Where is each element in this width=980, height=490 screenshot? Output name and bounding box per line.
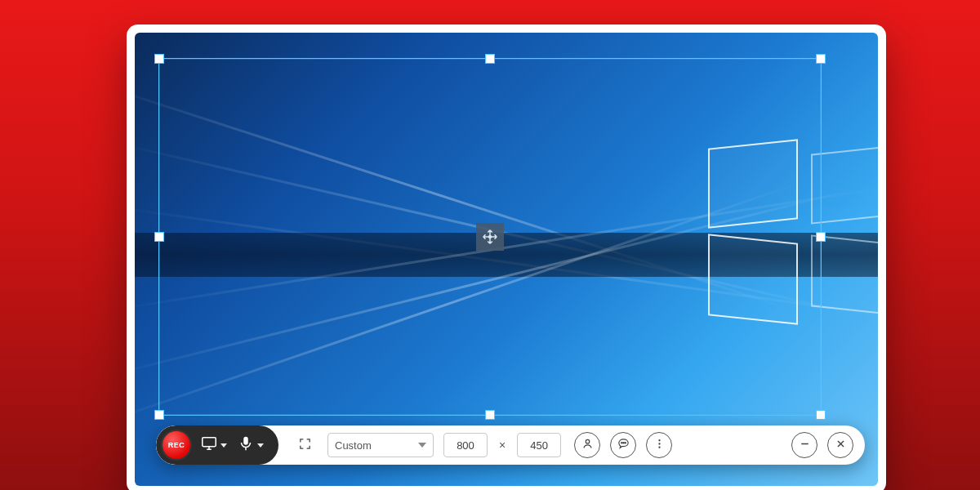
resize-handle-right[interactable] xyxy=(816,232,826,242)
chevron-down-icon xyxy=(220,443,227,448)
person-icon xyxy=(581,437,595,454)
svg-point-6 xyxy=(625,442,626,443)
dimension-separator: × xyxy=(497,439,507,452)
annotate-button[interactable] xyxy=(610,432,636,458)
svg-point-7 xyxy=(658,439,660,441)
svg-point-5 xyxy=(623,442,624,443)
size-preset-select[interactable]: Custom xyxy=(327,433,434,457)
recorder-toolbar: REC xyxy=(156,425,865,465)
svg-point-4 xyxy=(621,442,621,443)
capture-region[interactable] xyxy=(159,59,821,415)
move-icon[interactable] xyxy=(476,223,504,251)
webcam-button[interactable] xyxy=(574,432,600,458)
resize-handle-top-right[interactable] xyxy=(816,54,826,64)
close-icon xyxy=(834,437,848,454)
resize-handle-top-left[interactable] xyxy=(154,54,164,64)
chevron-down-icon xyxy=(257,443,264,448)
svg-rect-1 xyxy=(203,438,216,447)
height-input[interactable] xyxy=(517,433,561,457)
minimize-button[interactable] xyxy=(791,432,817,458)
fullscreen-button[interactable] xyxy=(292,432,318,458)
audio-source-button[interactable] xyxy=(237,434,264,456)
chevron-down-icon xyxy=(418,443,426,448)
width-input[interactable] xyxy=(443,433,488,457)
monitor-icon xyxy=(200,434,218,456)
svg-rect-2 xyxy=(243,437,248,445)
screen-source-button[interactable] xyxy=(200,434,227,456)
fullscreen-icon xyxy=(298,437,312,454)
record-controls: REC xyxy=(156,425,278,465)
more-options-button[interactable] xyxy=(646,432,672,458)
resize-handle-bottom[interactable] xyxy=(485,410,495,420)
close-button[interactable] xyxy=(827,432,853,458)
svg-point-8 xyxy=(658,443,660,444)
record-button[interactable]: REC xyxy=(163,431,190,459)
device-frame: REC xyxy=(127,24,886,490)
minimize-icon xyxy=(798,437,812,454)
desktop-screen: REC xyxy=(135,33,878,486)
resize-handle-bottom-left[interactable] xyxy=(154,410,164,420)
resize-handle-bottom-right[interactable] xyxy=(816,410,826,420)
resize-handle-top[interactable] xyxy=(485,54,495,64)
speech-bubble-icon xyxy=(617,437,630,454)
resize-handle-left[interactable] xyxy=(154,232,164,242)
more-icon xyxy=(653,437,666,454)
mic-icon xyxy=(237,434,255,456)
svg-point-3 xyxy=(586,439,590,443)
svg-point-9 xyxy=(658,446,660,448)
size-preset-label: Custom xyxy=(335,439,372,452)
